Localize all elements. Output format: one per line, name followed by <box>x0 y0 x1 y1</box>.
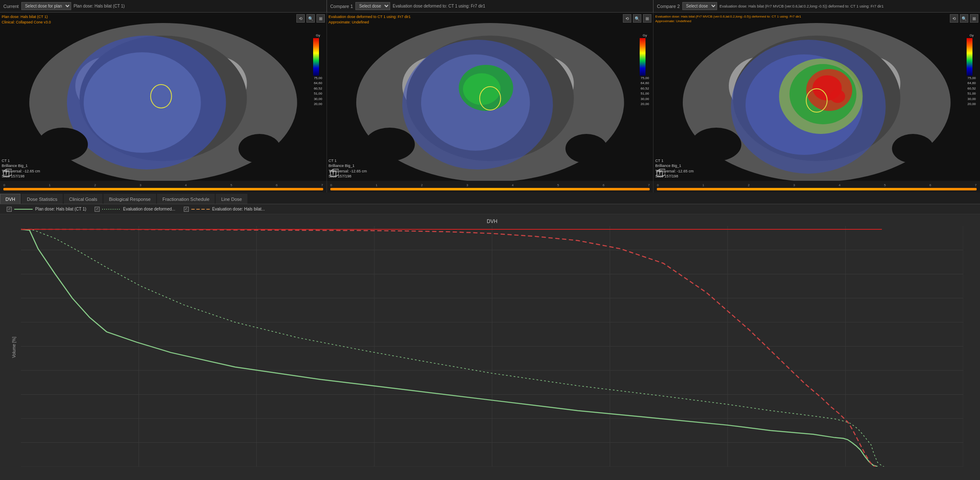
current-plan-line2: Clinical: Collapsed Cone v3.0 <box>2 20 51 25</box>
compare2-dose-select[interactable]: Select dose <box>682 2 717 10</box>
compare2-ct-label2: Brilliance Big_1 <box>655 163 694 169</box>
svg-point-11 <box>239 134 280 163</box>
current-plan-info: Plan dose: Hals bilat (CT 1) <box>74 4 125 8</box>
compare1-ct-toolbar[interactable]: ⟲ 🔍 ⊞ <box>623 14 651 23</box>
svg-point-23 <box>463 73 501 105</box>
compare1-approx-info: Approximate: Undefined <box>329 20 411 25</box>
compare1-toolbar-rotate[interactable]: ⟲ <box>623 14 631 23</box>
current-ct-label1: CT 1 <box>2 158 40 164</box>
compare2-info: Evaluation dose: Hals bilat (Fr7 MVCB (v… <box>720 4 884 8</box>
compare2-toolbar-grid[interactable]: ⊞ <box>970 14 978 23</box>
tab-bar: DVH Dose Statistics Clinical Goals Biolo… <box>0 193 980 204</box>
tab-biological-response[interactable]: Biological Response <box>103 194 156 204</box>
svg-point-25 <box>365 128 415 161</box>
chart-area: DVH Volume [%] 0 <box>0 214 980 480</box>
compare1-ct-axis: 01234567 <box>327 181 653 193</box>
current-ct-label2: Brilliance Big_1 <box>2 163 40 169</box>
compare1-label: Compare 1 <box>330 4 353 9</box>
dvh-section: DVH Dose Statistics Clinical Goals Biolo… <box>0 193 980 480</box>
legend-line-plan <box>14 208 33 211</box>
compare2-ct-label1: CT 1 <box>655 158 694 164</box>
svg-point-26 <box>565 134 607 163</box>
dvh-chart: 0 10 20 30 40 50 60 70 80 90 100 0 10 20… <box>21 226 963 467</box>
compare1-ct-panel: Evaluation dose deformed to CT 1 using: … <box>327 13 654 193</box>
legend-label-eval1: Evaluation dose deformed... <box>123 207 175 211</box>
compare2-label: Compare 2 <box>657 4 679 9</box>
compare2-ct-label4: Slice 157/198 <box>655 174 694 179</box>
legend-item-eval2: Evaluation dose: Hals bilat... <box>184 207 265 212</box>
tab-line-dose[interactable]: Line Dose <box>216 194 247 204</box>
svg-point-10 <box>38 128 88 161</box>
legend-bar: Plan dose: Hals bilat (CT 1) Evaluation … <box>0 204 980 214</box>
compare1-ct-label4: Slice 157/198 <box>329 174 367 179</box>
svg-point-41 <box>830 90 845 103</box>
current-ct-toolbar[interactable]: ⟲ 🔍 ⊞ <box>296 14 325 23</box>
tab-fractionation-schedule[interactable]: Fractionation Schedule <box>157 194 215 204</box>
current-dose-scale: Gy 75,00 64,60 60,52 51,00 30,00 20,00 <box>313 33 323 107</box>
svg-point-8 <box>84 52 201 153</box>
compare2-ct-bottom-info: CT 1 Brilliance Big_1 Transversal: -12.6… <box>655 158 694 179</box>
chart-title: DVH <box>21 218 963 224</box>
current-axis-bar[interactable] <box>3 188 323 190</box>
tab-dose-statistics[interactable]: Dose Statistics <box>21 194 63 204</box>
compare2-ct-panel: Evaluation dose: Hals bilat (Fr7 MVCB (v… <box>653 13 980 193</box>
compare1-top-info: Evaluation dose deformed to CT 1 using: … <box>329 14 411 20</box>
legend-line-eval1 <box>102 208 121 211</box>
legend-item-eval1: Evaluation dose deformed... <box>95 207 175 212</box>
current-ct-bottom-info: CT 1 Brilliance Big_1 Transversal: -12.6… <box>2 158 40 179</box>
compare2-ct-top-info: Evaluation dose: Hals bilat (Fr7 MVCB (v… <box>655 14 801 23</box>
current-panel-header: Current Select dose for plan Plan dose: … <box>0 0 327 12</box>
compare1-toolbar-zoom[interactable]: 🔍 <box>633 14 641 23</box>
compare2-toolbar-rotate[interactable]: ⟲ <box>950 14 958 23</box>
current-toolbar-zoom[interactable]: 🔍 <box>306 14 315 23</box>
legend-checkbox-plan[interactable] <box>7 207 12 212</box>
compare2-top-info: Evaluation dose: Hals bilat (Fr7 MVCB (v… <box>655 14 801 19</box>
current-ct-top-info: Plan dose: Hals bilat (CT 1) Clinical: C… <box>2 14 51 25</box>
legend-checkbox-eval1[interactable] <box>95 207 100 212</box>
compare1-ct-label1: CT 1 <box>329 158 367 164</box>
current-ct-panel: Plan dose: Hals bilat (CT 1) Clinical: C… <box>0 13 327 193</box>
current-dose-select[interactable]: Select dose for plan <box>21 2 71 10</box>
legend-line-eval2 <box>191 208 210 211</box>
compare2-toolbar-zoom[interactable]: 🔍 <box>960 14 968 23</box>
compare2-ct-toolbar[interactable]: ⟲ 🔍 ⊞ <box>950 14 978 23</box>
svg-point-44 <box>892 134 934 163</box>
current-toolbar-rotate[interactable]: ⟲ <box>296 14 305 23</box>
legend-checkbox-eval2[interactable] <box>184 207 189 212</box>
current-ct-axis: 01234567 <box>0 181 327 193</box>
compare1-panel-header: Compare 1 Select dose Evaluation dose de… <box>327 0 654 12</box>
compare2-approx-info: Approximate: Undefined <box>655 19 801 23</box>
compare1-toolbar-grid[interactable]: ⊞ <box>643 14 651 23</box>
compare1-dose-select[interactable]: Select dose <box>355 2 390 10</box>
compare1-ct-image <box>327 13 653 193</box>
current-label: Current <box>3 4 19 9</box>
compare2-ct-axis: 01234567 <box>653 181 980 193</box>
compare1-axis-bar[interactable] <box>330 188 650 190</box>
compare2-ct-label3: Transversal: -12.65 cm <box>655 169 694 174</box>
current-ct-label4: Slice 157/198 <box>2 174 40 179</box>
compare2-dose-scale: Gy 75,00 64,60 60,52 51,00 30,00 20,00 <box>967 33 977 107</box>
tab-dvh[interactable]: DVH <box>0 194 21 204</box>
legend-label-eval2: Evaluation dose: Hals bilat... <box>212 207 265 211</box>
y-axis-label: Volume [%] <box>12 336 16 358</box>
current-ct-label3: Transversal: -12.65 cm <box>2 169 40 174</box>
legend-label-plan: Plan dose: Hals bilat (CT 1) <box>35 207 86 211</box>
compare1-info: Evaluation dose deformed to: CT 1 using:… <box>393 4 485 8</box>
compare2-axis-bar[interactable] <box>657 188 977 190</box>
compare2-ct-image <box>653 13 980 193</box>
current-toolbar-grid[interactable]: ⊞ <box>316 14 325 23</box>
compare1-ct-label2: Brilliance Big_1 <box>329 163 367 169</box>
compare1-ct-label3: Transversal: -12.65 cm <box>329 169 367 174</box>
current-ct-image <box>0 13 327 193</box>
compare2-panel-header: Compare 2 Select dose Evaluation dose: H… <box>653 0 980 12</box>
current-plan-line1: Plan dose: Hals bilat (CT 1) <box>2 14 51 20</box>
compare1-ct-bottom-info: CT 1 Brilliance Big_1 Transversal: -12.6… <box>329 158 367 179</box>
compare1-dose-scale: Gy 75,00 64,60 60,52 51,00 30,00 20,00 <box>640 33 650 107</box>
tab-clinical-goals[interactable]: Clinical Goals <box>64 194 103 204</box>
compare1-ct-top-info: Evaluation dose deformed to CT 1 using: … <box>329 14 411 25</box>
svg-point-43 <box>691 128 741 161</box>
legend-item-plan: Plan dose: Hals bilat (CT 1) <box>7 207 86 212</box>
